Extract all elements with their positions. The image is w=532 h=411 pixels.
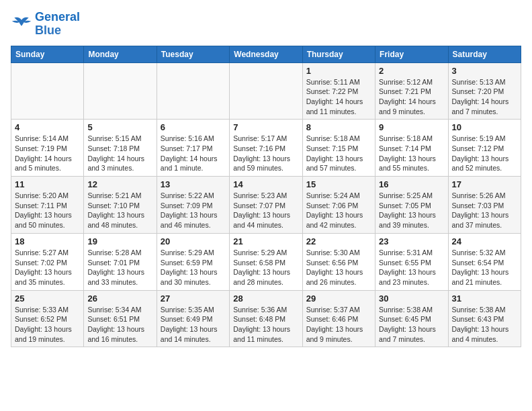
calendar-cell: 16Sunrise: 5:25 AM Sunset: 7:05 PM Dayli…: [375, 177, 448, 234]
day-info: Sunrise: 5:26 AM Sunset: 7:03 PM Dayligh…: [452, 191, 517, 230]
weekday-header-thursday: Thursday: [302, 46, 375, 62]
day-number: 31: [452, 293, 517, 304]
day-info: Sunrise: 5:13 AM Sunset: 7:20 PM Dayligh…: [452, 77, 517, 117]
calendar-cell: 17Sunrise: 5:26 AM Sunset: 7:03 PM Dayli…: [448, 177, 521, 234]
day-info: Sunrise: 5:19 AM Sunset: 7:12 PM Dayligh…: [452, 134, 517, 173]
calendar-cell: 1Sunrise: 5:11 AM Sunset: 7:22 PM Daylig…: [302, 62, 375, 120]
weekday-header-tuesday: Tuesday: [157, 46, 229, 62]
day-info: Sunrise: 5:14 AM Sunset: 7:19 PM Dayligh…: [15, 134, 80, 173]
calendar-cell: 26Sunrise: 5:34 AM Sunset: 6:51 PM Dayli…: [84, 290, 157, 347]
calendar-cell: [11, 62, 84, 120]
day-info: Sunrise: 5:25 AM Sunset: 7:05 PM Dayligh…: [379, 191, 444, 230]
calendar-cell: 12Sunrise: 5:21 AM Sunset: 7:10 PM Dayli…: [84, 177, 157, 234]
day-number: 30: [379, 293, 444, 304]
calendar-cell: 10Sunrise: 5:19 AM Sunset: 7:12 PM Dayli…: [448, 120, 521, 177]
calendar-week-row: 1Sunrise: 5:11 AM Sunset: 7:22 PM Daylig…: [11, 62, 521, 120]
day-info: Sunrise: 5:34 AM Sunset: 6:51 PM Dayligh…: [87, 305, 152, 345]
calendar-cell: 9Sunrise: 5:18 AM Sunset: 7:14 PM Daylig…: [375, 120, 448, 177]
calendar-cell: 22Sunrise: 5:30 AM Sunset: 6:56 PM Dayli…: [302, 233, 375, 290]
day-number: 18: [15, 236, 80, 246]
weekday-header-wednesday: Wednesday: [230, 46, 302, 62]
day-info: Sunrise: 5:15 AM Sunset: 7:18 PM Dayligh…: [87, 134, 152, 173]
day-number: 5: [87, 122, 152, 132]
day-info: Sunrise: 5:37 AM Sunset: 6:46 PM Dayligh…: [306, 305, 371, 345]
weekday-header-monday: Monday: [84, 46, 157, 62]
day-number: 10: [452, 122, 517, 132]
day-number: 9: [379, 122, 444, 132]
day-info: Sunrise: 5:22 AM Sunset: 7:09 PM Dayligh…: [161, 191, 226, 230]
day-number: 27: [161, 293, 226, 304]
day-info: Sunrise: 5:36 AM Sunset: 6:48 PM Dayligh…: [233, 305, 298, 345]
calendar-cell: 20Sunrise: 5:29 AM Sunset: 6:59 PM Dayli…: [157, 233, 229, 290]
day-number: 2: [379, 66, 444, 76]
day-info: Sunrise: 5:24 AM Sunset: 7:06 PM Dayligh…: [306, 191, 371, 230]
day-info: Sunrise: 5:38 AM Sunset: 6:45 PM Dayligh…: [379, 305, 444, 345]
calendar-cell: 30Sunrise: 5:38 AM Sunset: 6:45 PM Dayli…: [375, 290, 448, 347]
day-number: 4: [15, 122, 80, 132]
day-info: Sunrise: 5:38 AM Sunset: 6:43 PM Dayligh…: [452, 305, 517, 345]
day-info: Sunrise: 5:30 AM Sunset: 6:56 PM Dayligh…: [306, 248, 371, 287]
day-info: Sunrise: 5:23 AM Sunset: 7:07 PM Dayligh…: [233, 191, 298, 230]
day-info: Sunrise: 5:33 AM Sunset: 6:52 PM Dayligh…: [15, 305, 80, 345]
calendar-cell: [230, 62, 302, 120]
day-number: 28: [233, 293, 298, 304]
day-number: 12: [87, 179, 152, 189]
calendar-week-row: 25Sunrise: 5:33 AM Sunset: 6:52 PM Dayli…: [11, 290, 521, 347]
day-info: Sunrise: 5:29 AM Sunset: 6:58 PM Dayligh…: [233, 248, 298, 287]
calendar-cell: 18Sunrise: 5:27 AM Sunset: 7:02 PM Dayli…: [11, 233, 84, 290]
calendar-cell: 13Sunrise: 5:22 AM Sunset: 7:09 PM Dayli…: [157, 177, 229, 234]
calendar-cell: 7Sunrise: 5:17 AM Sunset: 7:16 PM Daylig…: [230, 120, 302, 177]
calendar-cell: 8Sunrise: 5:18 AM Sunset: 7:15 PM Daylig…: [302, 120, 375, 177]
calendar-cell: 27Sunrise: 5:35 AM Sunset: 6:49 PM Dayli…: [157, 290, 229, 347]
calendar-cell: 6Sunrise: 5:16 AM Sunset: 7:17 PM Daylig…: [157, 120, 229, 177]
calendar-cell: 11Sunrise: 5:20 AM Sunset: 7:11 PM Dayli…: [11, 177, 84, 234]
day-info: Sunrise: 5:16 AM Sunset: 7:17 PM Dayligh…: [161, 134, 226, 173]
day-info: Sunrise: 5:32 AM Sunset: 6:54 PM Dayligh…: [452, 248, 517, 287]
day-info: Sunrise: 5:18 AM Sunset: 7:14 PM Dayligh…: [379, 134, 444, 173]
day-info: Sunrise: 5:20 AM Sunset: 7:11 PM Dayligh…: [15, 191, 80, 230]
day-number: 14: [233, 179, 298, 189]
calendar-header-row: SundayMondayTuesdayWednesdayThursdayFrid…: [11, 46, 521, 62]
day-number: 15: [306, 179, 371, 189]
day-number: 20: [161, 236, 226, 246]
page-header: General Blue: [11, 11, 521, 38]
day-number: 3: [452, 66, 517, 76]
logo-text: General Blue: [35, 11, 80, 38]
day-number: 13: [161, 179, 226, 189]
calendar-cell: 15Sunrise: 5:24 AM Sunset: 7:06 PM Dayli…: [302, 177, 375, 234]
calendar-cell: 31Sunrise: 5:38 AM Sunset: 6:43 PM Dayli…: [448, 290, 521, 347]
calendar-week-row: 18Sunrise: 5:27 AM Sunset: 7:02 PM Dayli…: [11, 233, 521, 290]
day-info: Sunrise: 5:11 AM Sunset: 7:22 PM Dayligh…: [306, 77, 371, 117]
day-number: 25: [15, 293, 80, 304]
weekday-header-sunday: Sunday: [11, 46, 84, 62]
day-number: 24: [452, 236, 517, 246]
day-info: Sunrise: 5:21 AM Sunset: 7:10 PM Dayligh…: [87, 191, 152, 230]
calendar-cell: 21Sunrise: 5:29 AM Sunset: 6:58 PM Dayli…: [230, 233, 302, 290]
calendar-cell: 29Sunrise: 5:37 AM Sunset: 6:46 PM Dayli…: [302, 290, 375, 347]
day-info: Sunrise: 5:35 AM Sunset: 6:49 PM Dayligh…: [161, 305, 226, 345]
calendar-cell: 2Sunrise: 5:12 AM Sunset: 7:21 PM Daylig…: [375, 62, 448, 120]
day-number: 26: [87, 293, 152, 304]
day-number: 17: [452, 179, 517, 189]
calendar-cell: 3Sunrise: 5:13 AM Sunset: 7:20 PM Daylig…: [448, 62, 521, 120]
calendar-week-row: 4Sunrise: 5:14 AM Sunset: 7:19 PM Daylig…: [11, 120, 521, 177]
day-number: 8: [306, 122, 371, 132]
calendar-cell: 28Sunrise: 5:36 AM Sunset: 6:48 PM Dayli…: [230, 290, 302, 347]
day-number: 11: [15, 179, 80, 189]
calendar-cell: 24Sunrise: 5:32 AM Sunset: 6:54 PM Dayli…: [448, 233, 521, 290]
calendar-week-row: 11Sunrise: 5:20 AM Sunset: 7:11 PM Dayli…: [11, 177, 521, 234]
logo-bird-icon: [11, 15, 32, 34]
day-info: Sunrise: 5:12 AM Sunset: 7:21 PM Dayligh…: [379, 77, 444, 117]
day-info: Sunrise: 5:28 AM Sunset: 7:01 PM Dayligh…: [87, 248, 152, 287]
calendar-cell: [84, 62, 157, 120]
day-info: Sunrise: 5:17 AM Sunset: 7:16 PM Dayligh…: [233, 134, 298, 173]
day-info: Sunrise: 5:27 AM Sunset: 7:02 PM Dayligh…: [15, 248, 80, 287]
logo: General Blue: [11, 11, 80, 38]
day-info: Sunrise: 5:18 AM Sunset: 7:15 PM Dayligh…: [306, 134, 371, 173]
day-number: 19: [87, 236, 152, 246]
calendar-cell: 5Sunrise: 5:15 AM Sunset: 7:18 PM Daylig…: [84, 120, 157, 177]
day-number: 7: [233, 122, 298, 132]
calendar-table: SundayMondayTuesdayWednesdayThursdayFrid…: [11, 46, 521, 348]
weekday-header-saturday: Saturday: [448, 46, 521, 62]
day-info: Sunrise: 5:31 AM Sunset: 6:55 PM Dayligh…: [379, 248, 444, 287]
